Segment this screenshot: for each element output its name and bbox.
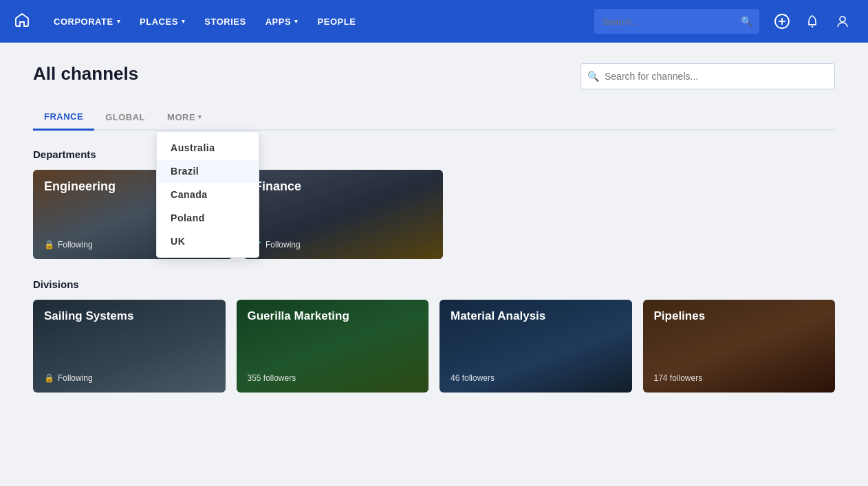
dropdown-item-poland[interactable]: Poland bbox=[157, 206, 259, 230]
apps-arrow: ▾ bbox=[294, 18, 299, 25]
guerilla-content: Guerilla Marketing 355 followers bbox=[237, 300, 429, 393]
notifications-button[interactable] bbox=[801, 10, 824, 33]
divisions-title: Divisions bbox=[33, 278, 835, 290]
channel-card-pipelines[interactable]: Pipelines 174 followers bbox=[643, 300, 836, 393]
more-dropdown-menu: Australia Brazil Canada Poland UK bbox=[156, 131, 259, 258]
channel-card-finance[interactable]: Finance ✔ Following bbox=[243, 170, 443, 259]
pipelines-followers: 174 followers bbox=[654, 373, 825, 383]
finance-title: Finance bbox=[254, 179, 432, 194]
dropdown-item-canada[interactable]: Canada bbox=[157, 183, 259, 206]
user-profile-button[interactable] bbox=[831, 10, 854, 33]
navbar: CORPORATE ▾ PLACES ▾ STORIES APPS ▾ PEOP… bbox=[0, 0, 868, 43]
header-row: All channels 🔍 bbox=[33, 63, 835, 89]
search-input[interactable] bbox=[594, 9, 759, 34]
departments-section: Departments Engineering 🔒 Following bbox=[33, 148, 835, 259]
lock-icon: 🔒 bbox=[44, 240, 54, 250]
nav-people[interactable]: PEOPLE bbox=[308, 0, 366, 43]
material-followers: 46 followers bbox=[451, 373, 621, 383]
search-wrapper: 🔍 bbox=[594, 9, 759, 34]
svg-point-5 bbox=[840, 16, 845, 22]
guerilla-title: Guerilla Marketing bbox=[248, 309, 418, 323]
nav-apps[interactable]: APPS ▾ bbox=[256, 0, 308, 43]
departments-cards: Engineering 🔒 Following Finance ✔ Follow… bbox=[33, 170, 835, 259]
sailing-content: Sailing Systems 🔒 Following bbox=[33, 300, 226, 393]
channel-search-wrapper: 🔍 bbox=[581, 63, 835, 89]
sailing-status: 🔒 Following bbox=[44, 373, 215, 383]
departments-title: Departments bbox=[33, 148, 835, 160]
corporate-arrow: ▾ bbox=[117, 18, 121, 25]
divisions-cards: Sailing Systems 🔒 Following Guerilla Mar… bbox=[33, 300, 835, 393]
channel-search-input[interactable] bbox=[581, 63, 835, 89]
divisions-section: Divisions Sailing Systems 🔒 Following bbox=[33, 278, 835, 393]
dropdown-item-australia[interactable]: Australia bbox=[157, 136, 259, 159]
channel-card-sailing[interactable]: Sailing Systems 🔒 Following bbox=[33, 300, 226, 393]
nav-places[interactable]: PLACES ▾ bbox=[130, 0, 195, 43]
navbar-links: CORPORATE ▾ PLACES ▾ STORIES APPS ▾ PEOP… bbox=[44, 0, 594, 43]
tab-more[interactable]: MORE ▾ Australia Brazil Canada Poland UK bbox=[156, 105, 213, 129]
navbar-icons bbox=[770, 10, 854, 33]
sailing-title: Sailing Systems bbox=[44, 309, 215, 323]
finance-content: Finance ✔ Following bbox=[243, 170, 443, 259]
material-content: Material Analysis 46 followers bbox=[440, 300, 632, 393]
tab-france[interactable]: FRANCE bbox=[33, 104, 94, 131]
dropdown-item-uk[interactable]: UK bbox=[157, 230, 259, 253]
channel-search-icon: 🔍 bbox=[587, 71, 599, 82]
pipelines-title: Pipelines bbox=[654, 309, 825, 323]
tab-global[interactable]: GLOBAL bbox=[94, 105, 156, 129]
search-icon: 🔍 bbox=[741, 16, 752, 27]
page-title: All channels bbox=[33, 63, 138, 85]
nav-corporate[interactable]: CORPORATE ▾ bbox=[44, 0, 130, 43]
pipelines-content: Pipelines 174 followers bbox=[643, 300, 836, 393]
channel-card-guerilla[interactable]: Guerilla Marketing 355 followers bbox=[237, 300, 429, 393]
tabs-bar: FRANCE GLOBAL MORE ▾ Australia Brazil Ca… bbox=[33, 104, 835, 131]
more-arrow-icon: ▾ bbox=[198, 113, 202, 120]
nav-stories[interactable]: STORIES bbox=[195, 0, 255, 43]
material-title: Material Analysis bbox=[451, 309, 621, 323]
add-button[interactable] bbox=[770, 10, 794, 33]
channel-card-material[interactable]: Material Analysis 46 followers bbox=[440, 300, 632, 393]
main-content: All channels 🔍 FRANCE GLOBAL MORE ▾ Aust… bbox=[0, 43, 868, 486]
sailing-lock-icon: 🔒 bbox=[44, 373, 54, 383]
places-arrow: ▾ bbox=[182, 18, 186, 25]
guerilla-followers: 355 followers bbox=[248, 373, 418, 383]
dropdown-item-brazil[interactable]: Brazil bbox=[157, 159, 259, 183]
finance-status: ✔ Following bbox=[254, 239, 432, 250]
home-button[interactable] bbox=[14, 12, 30, 31]
